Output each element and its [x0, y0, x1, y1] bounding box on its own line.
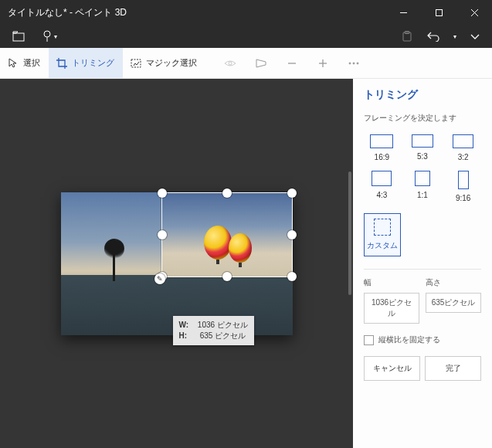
- tool-select[interactable]: 選択: [0, 48, 49, 78]
- menu-file-icon[interactable]: [9, 27, 28, 46]
- side-panel: トリミング フレーミングを決定します 16:9 5:3 3:2 4:3 1:1 …: [353, 79, 492, 448]
- panel-title: トリミング: [364, 88, 481, 102]
- tool-magic-label: マジック選択: [146, 57, 197, 69]
- crop-handle-br[interactable]: [287, 272, 297, 281]
- menu-brush-icon[interactable]: ▾: [40, 27, 59, 46]
- toolbar: 選択 トリミング マジック選択: [0, 48, 492, 79]
- titlebar: タイトルなし* - ペイント 3D: [0, 0, 492, 25]
- tool-perspective-icon[interactable]: [252, 54, 270, 73]
- crop-rotate-handle[interactable]: ✎: [154, 273, 165, 284]
- close-button[interactable]: [456, 0, 492, 25]
- cursor-icon: [8, 58, 19, 69]
- expand-button[interactable]: [466, 27, 484, 46]
- svg-point-15: [357, 63, 358, 64]
- tool-crop[interactable]: トリミング: [49, 48, 123, 78]
- minimize-button[interactable]: [385, 0, 421, 25]
- scrollbar-vertical[interactable]: [348, 171, 351, 295]
- divider: [364, 269, 481, 270]
- tool-plus-icon[interactable]: [314, 54, 332, 73]
- ratio-icon: [415, 171, 430, 186]
- svg-point-5: [44, 31, 50, 37]
- ratio-4-3[interactable]: 4:3: [364, 168, 400, 205]
- crop-handle-tr[interactable]: [287, 188, 297, 198]
- lock-aspect-checkbox[interactable]: [364, 335, 374, 345]
- ratio-3-2[interactable]: 3:2: [445, 131, 481, 165]
- svg-rect-1: [436, 9, 442, 15]
- maximize-button[interactable]: [421, 0, 456, 25]
- ratio-9-16[interactable]: 9:16: [445, 168, 481, 205]
- svg-rect-8: [131, 59, 141, 67]
- ratio-custom[interactable]: カスタム: [364, 213, 401, 256]
- crop-handle-bm[interactable]: [222, 272, 232, 281]
- ratio-icon: [372, 171, 392, 186]
- svg-rect-4: [13, 33, 24, 41]
- tool-select-label: 選択: [23, 57, 40, 69]
- redo-dropdown[interactable]: ▾: [450, 27, 458, 46]
- ratio-icon: [374, 219, 391, 236]
- ratio-icon: [453, 134, 473, 148]
- tool-crop-label: トリミング: [72, 57, 114, 69]
- tool-more-icon[interactable]: [344, 54, 363, 73]
- tool-magic-select[interactable]: マジック選択: [123, 48, 205, 78]
- menubar: ▾ ▾: [0, 25, 492, 48]
- window-title: タイトルなし* - ペイント 3D: [0, 6, 385, 19]
- ratio-5-3[interactable]: 5:3: [405, 131, 441, 165]
- panel-subtitle: フレーミングを決定します: [364, 113, 481, 124]
- magic-select-icon: [131, 58, 141, 69]
- ratio-icon: [458, 171, 469, 189]
- canvas-image[interactable]: ✎ W: 1036 ピクセル H: 635 ピクセル: [61, 192, 293, 335]
- svg-point-14: [353, 63, 355, 64]
- image-balloon-decor: [229, 233, 252, 263]
- app-window: タイトルなし* - ペイント 3D ▾ ▾ 選択 トリミング: [0, 0, 492, 448]
- image-tree-decor: [106, 239, 123, 281]
- done-button[interactable]: 完了: [425, 356, 481, 381]
- crop-icon: [56, 58, 67, 69]
- undo-button[interactable]: [424, 27, 443, 46]
- cancel-button[interactable]: キャンセル: [364, 356, 420, 381]
- ratio-16-9[interactable]: 16:9: [364, 131, 400, 165]
- width-label: 幅: [364, 277, 419, 288]
- svg-point-13: [349, 63, 351, 64]
- tool-minus-icon[interactable]: [283, 54, 301, 73]
- crop-handle-tm[interactable]: [222, 188, 232, 198]
- chevron-down-icon: ▾: [54, 33, 57, 40]
- ratio-1-1[interactable]: 1:1: [405, 168, 441, 205]
- ratio-icon: [412, 134, 433, 148]
- crop-handle-tl[interactable]: [158, 188, 167, 198]
- ratio-icon: [370, 134, 393, 148]
- height-input[interactable]: 635ピクセル: [426, 293, 481, 313]
- dimension-tooltip: W: 1036 ピクセル H: 635 ピクセル: [173, 316, 254, 345]
- crop-selection[interactable]: ✎: [161, 192, 293, 277]
- crop-handle-ml[interactable]: [158, 230, 167, 239]
- chevron-down-icon: ▾: [453, 33, 456, 40]
- height-label: 高さ: [426, 277, 481, 288]
- canvas-area[interactable]: ✎ W: 1036 ピクセル H: 635 ピクセル: [0, 79, 353, 448]
- crop-handle-mr[interactable]: [287, 230, 297, 239]
- svg-point-9: [229, 62, 232, 65]
- image-balloon-decor: [204, 226, 232, 260]
- paste-icon[interactable]: [398, 27, 416, 46]
- lock-aspect-label: 縦横比を固定する: [378, 334, 440, 345]
- tool-3dview-icon[interactable]: [221, 54, 239, 73]
- width-input[interactable]: 1036ピクセル: [364, 293, 419, 324]
